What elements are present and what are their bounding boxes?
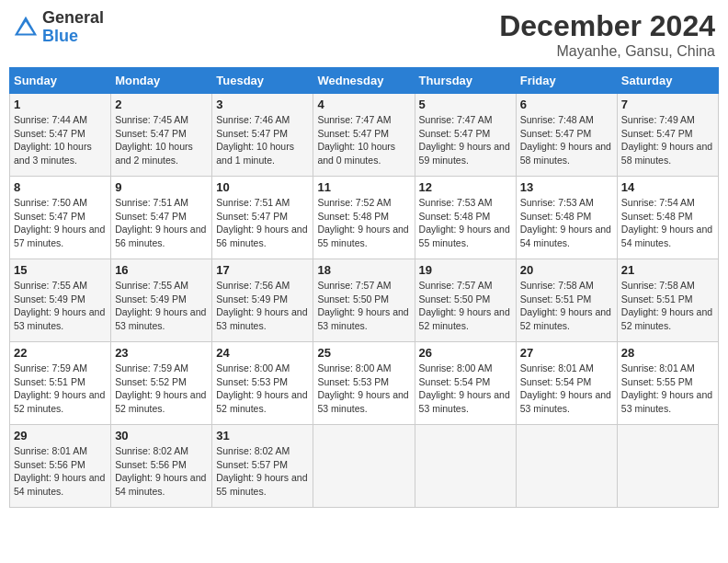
day-number: 14	[621, 180, 714, 194]
day-info: Sunrise: 7:46 AM Sunset: 5:47 PM Dayligh…	[216, 113, 309, 167]
day-number: 5	[419, 98, 512, 111]
day-number: 21	[621, 263, 714, 277]
table-row: 19 Sunrise: 7:57 AM Sunset: 5:50 PM Dayl…	[415, 259, 516, 342]
table-row: 10 Sunrise: 7:51 AM Sunset: 5:47 PM Dayl…	[212, 177, 313, 259]
day-number: 31	[216, 429, 309, 442]
logo-text: General Blue	[42, 9, 104, 46]
day-number: 9	[115, 180, 208, 194]
calendar-week-row: 22 Sunrise: 7:59 AM Sunset: 5:51 PM Dayl…	[10, 342, 719, 425]
calendar-header-row: Sunday Monday Tuesday Wednesday Thursday…	[10, 68, 719, 94]
col-wednesday: Wednesday	[313, 68, 415, 94]
day-info: Sunrise: 8:02 AM Sunset: 5:56 PM Dayligh…	[115, 444, 208, 499]
table-row: 30 Sunrise: 8:02 AM Sunset: 5:56 PM Dayl…	[111, 425, 212, 508]
table-row: 11 Sunrise: 7:52 AM Sunset: 5:48 PM Dayl…	[313, 177, 415, 259]
day-number: 6	[520, 98, 613, 111]
day-number: 19	[419, 263, 512, 277]
table-row: 20 Sunrise: 7:58 AM Sunset: 5:51 PM Dayl…	[516, 259, 617, 342]
day-number: 26	[419, 346, 512, 360]
day-number: 22	[14, 346, 107, 360]
table-row: 1 Sunrise: 7:44 AM Sunset: 5:47 PM Dayli…	[10, 94, 111, 177]
day-number: 13	[520, 180, 613, 194]
day-info: Sunrise: 7:53 AM Sunset: 5:48 PM Dayligh…	[419, 196, 512, 250]
table-row	[617, 425, 718, 508]
day-number: 23	[115, 346, 208, 360]
day-info: Sunrise: 7:50 AM Sunset: 5:47 PM Dayligh…	[14, 196, 107, 250]
table-row: 14 Sunrise: 7:54 AM Sunset: 5:48 PM Dayl…	[617, 177, 718, 259]
day-number: 24	[216, 346, 309, 360]
table-row: 2 Sunrise: 7:45 AM Sunset: 5:47 PM Dayli…	[111, 94, 212, 177]
day-info: Sunrise: 7:55 AM Sunset: 5:49 PM Dayligh…	[14, 279, 107, 333]
table-row: 16 Sunrise: 7:55 AM Sunset: 5:49 PM Dayl…	[111, 259, 212, 342]
table-row: 12 Sunrise: 7:53 AM Sunset: 5:48 PM Dayl…	[415, 177, 516, 259]
table-row: 9 Sunrise: 7:51 AM Sunset: 5:47 PM Dayli…	[111, 177, 212, 259]
day-number: 30	[115, 429, 208, 442]
col-sunday: Sunday	[10, 68, 111, 94]
day-info: Sunrise: 7:56 AM Sunset: 5:49 PM Dayligh…	[216, 279, 309, 333]
day-info: Sunrise: 7:57 AM Sunset: 5:50 PM Dayligh…	[419, 279, 512, 333]
day-number: 8	[14, 180, 107, 194]
day-number: 25	[317, 346, 410, 360]
table-row: 4 Sunrise: 7:47 AM Sunset: 5:47 PM Dayli…	[313, 94, 415, 177]
table-row: 27 Sunrise: 8:01 AM Sunset: 5:54 PM Dayl…	[516, 342, 617, 425]
day-number: 29	[14, 429, 107, 442]
day-info: Sunrise: 7:49 AM Sunset: 5:47 PM Dayligh…	[621, 113, 714, 167]
day-info: Sunrise: 7:53 AM Sunset: 5:48 PM Dayligh…	[520, 196, 613, 250]
table-row: 26 Sunrise: 8:00 AM Sunset: 5:54 PM Dayl…	[415, 342, 516, 425]
table-row: 28 Sunrise: 8:01 AM Sunset: 5:55 PM Dayl…	[617, 342, 718, 425]
day-info: Sunrise: 8:00 AM Sunset: 5:53 PM Dayligh…	[317, 362, 410, 416]
table-row	[415, 425, 516, 508]
day-number: 7	[621, 98, 714, 111]
table-row: 23 Sunrise: 7:59 AM Sunset: 5:52 PM Dayl…	[111, 342, 212, 425]
day-info: Sunrise: 7:54 AM Sunset: 5:48 PM Dayligh…	[621, 196, 714, 250]
table-row: 31 Sunrise: 8:02 AM Sunset: 5:57 PM Dayl…	[212, 425, 313, 508]
day-info: Sunrise: 7:44 AM Sunset: 5:47 PM Dayligh…	[14, 113, 107, 167]
day-info: Sunrise: 8:02 AM Sunset: 5:57 PM Dayligh…	[216, 444, 309, 499]
table-row: 22 Sunrise: 7:59 AM Sunset: 5:51 PM Dayl…	[10, 342, 111, 425]
calendar-table: Sunday Monday Tuesday Wednesday Thursday…	[9, 67, 719, 508]
table-row: 13 Sunrise: 7:53 AM Sunset: 5:48 PM Dayl…	[516, 177, 617, 259]
title-block: December 2024 Mayanhe, Gansu, China	[499, 9, 715, 60]
table-row: 6 Sunrise: 7:48 AM Sunset: 5:47 PM Dayli…	[516, 94, 617, 177]
day-number: 16	[115, 263, 208, 277]
location-title: Mayanhe, Gansu, China	[499, 43, 715, 60]
day-number: 3	[216, 98, 309, 111]
calendar-week-row: 15 Sunrise: 7:55 AM Sunset: 5:49 PM Dayl…	[10, 259, 719, 342]
day-info: Sunrise: 7:51 AM Sunset: 5:47 PM Dayligh…	[216, 196, 309, 250]
calendar-week-row: 1 Sunrise: 7:44 AM Sunset: 5:47 PM Dayli…	[10, 94, 719, 177]
table-row: 25 Sunrise: 8:00 AM Sunset: 5:53 PM Dayl…	[313, 342, 415, 425]
day-info: Sunrise: 7:52 AM Sunset: 5:48 PM Dayligh…	[317, 196, 410, 250]
day-info: Sunrise: 7:51 AM Sunset: 5:47 PM Dayligh…	[115, 196, 208, 250]
day-info: Sunrise: 7:58 AM Sunset: 5:51 PM Dayligh…	[621, 279, 714, 333]
day-number: 10	[216, 180, 309, 194]
day-number: 17	[216, 263, 309, 277]
table-row: 3 Sunrise: 7:46 AM Sunset: 5:47 PM Dayli…	[212, 94, 313, 177]
day-info: Sunrise: 8:01 AM Sunset: 5:56 PM Dayligh…	[14, 444, 107, 499]
col-saturday: Saturday	[617, 68, 718, 94]
table-row: 15 Sunrise: 7:55 AM Sunset: 5:49 PM Dayl…	[10, 259, 111, 342]
col-thursday: Thursday	[415, 68, 516, 94]
day-number: 27	[520, 346, 613, 360]
calendar-week-row: 8 Sunrise: 7:50 AM Sunset: 5:47 PM Dayli…	[10, 177, 719, 259]
col-tuesday: Tuesday	[212, 68, 313, 94]
day-number: 18	[317, 263, 410, 277]
day-info: Sunrise: 8:00 AM Sunset: 5:54 PM Dayligh…	[419, 362, 512, 416]
day-info: Sunrise: 7:48 AM Sunset: 5:47 PM Dayligh…	[520, 113, 613, 167]
table-row: 29 Sunrise: 8:01 AM Sunset: 5:56 PM Dayl…	[10, 425, 111, 508]
table-row	[516, 425, 617, 508]
day-number: 4	[317, 98, 410, 111]
day-info: Sunrise: 8:01 AM Sunset: 5:55 PM Dayligh…	[621, 362, 714, 416]
table-row: 8 Sunrise: 7:50 AM Sunset: 5:47 PM Dayli…	[10, 177, 111, 259]
logo-icon	[13, 15, 39, 40]
calendar-week-row: 29 Sunrise: 8:01 AM Sunset: 5:56 PM Dayl…	[10, 425, 719, 508]
logo-blue: Blue	[42, 28, 104, 46]
day-number: 12	[419, 180, 512, 194]
day-info: Sunrise: 7:58 AM Sunset: 5:51 PM Dayligh…	[520, 279, 613, 333]
day-number: 28	[621, 346, 714, 360]
day-info: Sunrise: 7:47 AM Sunset: 5:47 PM Dayligh…	[317, 113, 410, 167]
table-row: 24 Sunrise: 8:00 AM Sunset: 5:53 PM Dayl…	[212, 342, 313, 425]
table-row: 17 Sunrise: 7:56 AM Sunset: 5:49 PM Dayl…	[212, 259, 313, 342]
logo-general: General	[42, 9, 104, 28]
table-row: 18 Sunrise: 7:57 AM Sunset: 5:50 PM Dayl…	[313, 259, 415, 342]
day-info: Sunrise: 7:59 AM Sunset: 5:52 PM Dayligh…	[115, 362, 208, 416]
day-info: Sunrise: 8:01 AM Sunset: 5:54 PM Dayligh…	[520, 362, 613, 416]
